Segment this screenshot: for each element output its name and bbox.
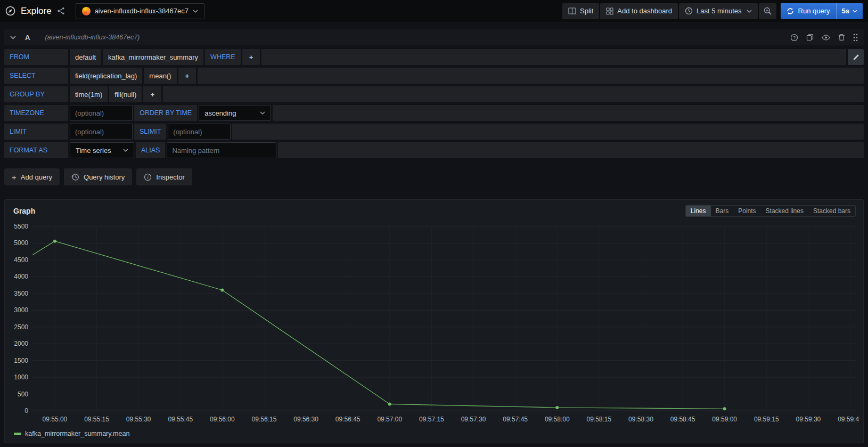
x-axis-tick-label: 09:55:15 [84,416,109,423]
order-by-time-keyword[interactable]: ORDER BY TIME [134,105,197,121]
x-axis-tick-label: 09:55:30 [126,416,151,423]
x-axis-tick-label: 09:56:45 [335,416,361,423]
apps-grid-icon [606,7,613,15]
x-axis-tick-label: 09:58:45 [670,416,695,423]
add-query-button[interactable]: + Add query [4,168,60,185]
query-row-header: A (aiven-influxdb-influx-38467ec7) ? [4,29,864,45]
draw-mode-bars[interactable]: Bars [711,206,734,216]
select-keyword[interactable]: SELECT [4,68,68,84]
alias-input[interactable] [167,142,276,158]
page-title: Explore [21,6,52,17]
data-point-marker[interactable] [388,402,391,405]
time-series-chart[interactable]: 0500100015002000250030003500400045005000… [9,221,859,430]
add-to-dashboard-button[interactable]: Add to dashboard [600,3,678,19]
x-axis-tick-label: 09:58:30 [628,416,653,423]
y-axis-tick-label: 0 [24,407,28,415]
x-axis-tick-label: 09:56:00 [210,416,235,423]
fill-segment[interactable]: fill(null) [109,86,142,102]
datasource-picker[interactable]: aiven-influxdb-influx-38467ec7 [76,3,204,19]
x-axis-tick-label: 09:57:30 [461,416,486,423]
query-row: LIMITSLIMIT [4,124,864,140]
history-icon [71,173,79,181]
time-range-picker[interactable]: Last 5 minutes [679,3,758,19]
from-keyword[interactable]: FROM [4,49,68,65]
x-axis-tick-label: 09:59:00 [712,416,737,423]
pencil-icon [853,54,859,61]
query-builder-rows: FROMdefaultkafka_mirrormaker_summaryWHER… [4,49,864,158]
toggle-text-edit-mode-button[interactable] [848,49,864,65]
grafana-datasource-icon [82,7,91,15]
group-by-time-segment[interactable]: time(1m) [70,86,108,102]
y-axis-tick-label: 1000 [14,373,28,381]
run-query-label: Run query [794,7,836,15]
data-point-marker[interactable] [555,406,559,409]
data-point-marker[interactable] [53,240,56,243]
slimit-keyword[interactable]: SLIMIT [134,124,166,140]
draw-mode-lines[interactable]: Lines [686,206,711,216]
chevron-down-icon [853,10,857,13]
refresh-interval-select[interactable]: 5s [836,3,863,19]
draw-mode-stacked-bars[interactable]: Stacked bars [808,206,855,216]
chevron-down-icon [260,111,265,115]
inspector-button[interactable]: i Inspector [136,168,192,185]
x-axis-tick-label: 09:59:30 [796,416,821,423]
collapse-query-icon[interactable] [10,36,16,39]
group-by-keyword[interactable]: GROUP BY [4,86,68,102]
aggregation-segment[interactable]: mean() [144,68,176,84]
query-row: FORMAT ASTime seriesALIAS [4,142,864,158]
x-axis-tick-label: 09:55:45 [168,416,193,423]
zoom-out-button[interactable] [759,3,776,19]
x-axis-tick-label: 09:55:00 [43,416,68,423]
where-keyword[interactable]: WHERE [205,49,241,65]
draw-mode-stacked-lines[interactable]: Stacked lines [761,206,808,216]
order-direction-select[interactable]: ascending [199,105,271,121]
query-help-button[interactable]: ? [790,34,798,42]
query-row-filler [278,142,864,158]
limit-keyword[interactable]: LIMIT [4,124,68,140]
alias-keyword[interactable]: ALIAS [136,142,165,158]
limit-input[interactable] [70,124,133,140]
data-point-marker[interactable] [723,407,726,410]
duplicate-query-button[interactable] [806,34,814,41]
legend-series-name[interactable]: kafka_mirrormaker_summary.mean [25,430,129,437]
svg-text:?: ? [793,35,796,40]
query-datasource-hint: (aiven-influxdb-influx-38467ec7) [45,34,140,41]
query-history-button[interactable]: Query history [64,168,132,185]
y-axis-tick-label: 500 [18,391,28,398]
add-group-by-button[interactable]: + [143,86,161,102]
draw-mode-toggle: LinesBarsPointsStacked linesStacked bars [685,205,856,217]
x-axis-tick-label: 09:56:30 [293,416,318,423]
legend-swatch [14,433,21,435]
run-query-button[interactable]: Run query 5s [781,3,863,19]
measurement-segment[interactable]: kafka_mirrormaker_summary [103,49,203,65]
query-row: TIMEZONEORDER BY TIMEascending [4,105,864,121]
drag-query-handle[interactable] [853,34,858,42]
format-as-select[interactable]: Time series [70,142,134,158]
inspector-label: Inspector [156,173,184,181]
x-axis-tick-label: 09:59:15 [754,416,779,423]
retention-policy-segment[interactable]: default [70,49,101,65]
query-row: GROUP BYtime(1m)fill(null)+ [4,86,864,102]
timezone-input[interactable] [70,105,133,121]
query-row: SELECTfield(replication_lag)mean()+ [4,68,864,84]
format-as-keyword[interactable]: FORMAT AS [4,142,68,158]
info-circle-icon: i [144,173,152,181]
split-button[interactable]: Split [562,3,599,19]
add-where-condition-button[interactable]: + [242,49,260,65]
x-axis-tick-label: 09:57:00 [377,416,402,423]
chevron-down-icon [193,10,198,13]
field-segment[interactable]: field(replication_lag) [70,68,142,84]
y-axis-tick-label: 4500 [14,256,28,264]
query-ref-id: A [25,34,30,42]
remove-query-button[interactable] [838,34,845,41]
slimit-input[interactable] [168,124,231,140]
select-value: ascending [204,109,236,117]
share-icon[interactable] [57,7,65,15]
chevron-down-icon [123,149,128,152]
add-select-part-button[interactable]: + [178,68,196,84]
disable-query-button[interactable] [822,35,830,40]
draw-mode-points[interactable]: Points [733,206,760,216]
graph-panel-header: Graph LinesBarsPointsStacked linesStacke… [5,200,863,219]
data-point-marker[interactable] [220,289,224,292]
timezone-keyword[interactable]: TIMEZONE [4,105,68,121]
